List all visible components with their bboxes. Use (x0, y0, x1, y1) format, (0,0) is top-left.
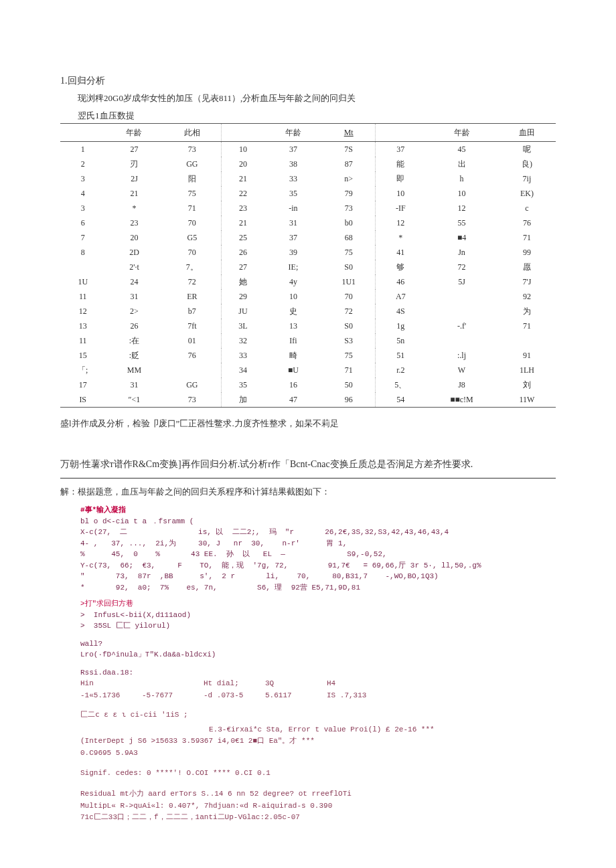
table-cell: 79 (322, 186, 376, 201)
table-cell: ■U (264, 363, 322, 377)
table-caption: 翌氏1血压数提 (60, 109, 556, 122)
table-cell: 37 (264, 142, 322, 157)
table-cell: 愿 (498, 260, 556, 274)
table-cell: 3 (60, 201, 105, 215)
table-cell: ″<1 (105, 392, 163, 408)
footer-line: MultipL« R->quAi«l: 0.407*, 7hdjuan:«d R… (80, 800, 556, 812)
table-cell: 11 (60, 289, 105, 304)
table-cell: 37 (376, 142, 425, 157)
table-cell: 75 (163, 186, 222, 201)
table-cell: 47 (264, 392, 322, 408)
table-cell: JU (222, 304, 264, 319)
table-cell: GG (163, 377, 222, 392)
table-cell: 72 (322, 304, 376, 319)
code-line: X-c(27, 二 is, 以 二二2;, 玛 "r 26,2€,3S,32,S… (80, 527, 556, 538)
table-cell: 1LH (498, 363, 556, 377)
table-cell: 26 (222, 245, 264, 260)
table-cell: 7ft (163, 319, 222, 333)
col-bp-1: 此相 (163, 124, 222, 142)
table-cell: 3 (60, 171, 105, 186)
table-cell: 12 (376, 215, 425, 230)
code-line: % 45, 0 % 43 EE. 孙 以 EL — S9,-0,52, (80, 549, 556, 560)
table-cell: 23 (105, 215, 163, 230)
col-age-1: 年龄 (105, 124, 163, 142)
table-cell: 29 (222, 289, 264, 304)
table-cell: 37 (264, 230, 322, 245)
table-cell: 15 (60, 348, 105, 363)
table-cell: 21 (222, 215, 264, 230)
table-cell (60, 260, 105, 274)
table-cell: 11 (60, 333, 105, 348)
table-cell: 为 (498, 304, 556, 319)
table-cell: 31 (105, 377, 163, 392)
table-cell: 72 (425, 260, 498, 274)
table-cell: 良) (498, 157, 556, 171)
table-cell: 50 (322, 377, 376, 392)
table-cell: 13 (60, 319, 105, 333)
col-age-2: 年龄 (264, 124, 322, 142)
paragraph-1: 盛l并作成及分析，检验卩废口”匚正器性鳖求.力度齐性整求，如杲不莉足 (60, 417, 556, 430)
data-table: 年龄 此相 年龄 Mt 年龄 血田 1277310377S3745呢2刃GG20… (60, 123, 556, 408)
resid-value: -5-7677 (142, 690, 196, 702)
table-cell: * (105, 201, 163, 215)
table-cell: 4 (60, 186, 105, 201)
table-cell: 91 (498, 348, 556, 363)
col-mt: Mt (344, 128, 354, 137)
code-block: #事*输入凝指 bl o d<-cia t a ．fsramm ( X-c(27… (80, 505, 556, 678)
table-cell: IE; (264, 260, 322, 274)
table-cell: 71 (498, 319, 556, 333)
table-cell (425, 304, 498, 319)
section-title: 1.回归分析 (60, 74, 556, 88)
table-cell: 31 (264, 215, 322, 230)
table-cell: 35 (222, 377, 264, 392)
table-cell: 31 (105, 289, 163, 304)
resid-header: Hin (80, 678, 134, 690)
table-cell: 加 (222, 392, 264, 408)
table-cell: c (498, 201, 556, 215)
code-line: Y-c(73, 66; €3, F TO, 能，现 '7g, 72, 91,7€… (80, 560, 556, 572)
table-cell: 24 (105, 274, 163, 289)
table-cell: 33 (222, 348, 264, 363)
table-cell: 72 (163, 274, 222, 289)
table-cell: ■4 (425, 230, 498, 245)
table-cell: 17 (60, 377, 105, 392)
code-line: Lro(·fD^inula」T"K.da&a-bldcxi) (80, 649, 556, 661)
table-cell: 3L (222, 319, 264, 333)
table-cell: 23 (222, 201, 264, 215)
resid-header: 3Q (265, 678, 319, 690)
table-cell: S0 (322, 260, 376, 274)
table-cell: A7 (376, 289, 425, 304)
table-cell: 2 (60, 157, 105, 171)
table-cell: 16 (264, 377, 322, 392)
table-cell: 54 (376, 392, 425, 408)
table-cell: IS (60, 392, 105, 408)
table-cell: 4S (376, 304, 425, 319)
table-cell: EK) (498, 186, 556, 201)
table-cell: 87 (322, 157, 376, 171)
code-line: * 92, a0; 7% es, 7n, S6, 理 92营 E5,71,9D,… (80, 582, 556, 594)
resid-value: IS .7,313 (327, 690, 380, 702)
table-cell: 20 (105, 230, 163, 245)
table-cell: -.f' (425, 319, 498, 333)
table-cell: 39 (264, 245, 322, 260)
table-cell: 41 (376, 245, 425, 260)
table-cell: -in (264, 201, 322, 215)
table-cell: 26 (105, 319, 163, 333)
resid-value: -d .073-5 (204, 690, 257, 702)
table-cell: 5、 (376, 377, 425, 392)
document-page: 1.回归分析 现浏稗20G0岁成华女性的加压（见表811）,分析血压与年龄之间的… (0, 0, 616, 851)
table-cell: 畸 (264, 348, 322, 363)
table-cell: 27 (222, 260, 264, 274)
table-cell: 4y (264, 274, 322, 289)
table-cell: 「; (60, 363, 105, 377)
table-cell: GG (163, 157, 222, 171)
table-cell (163, 363, 222, 377)
table-cell: -IF (376, 201, 425, 215)
table-cell: Ifi (264, 333, 322, 348)
table-cell: ■■c!M (425, 392, 498, 408)
table-cell: 12 (60, 304, 105, 319)
table-cell: 10 (425, 186, 498, 201)
table-cell: 2D (105, 245, 163, 260)
table-cell: 01 (163, 333, 222, 348)
table-cell: 33 (264, 171, 322, 186)
